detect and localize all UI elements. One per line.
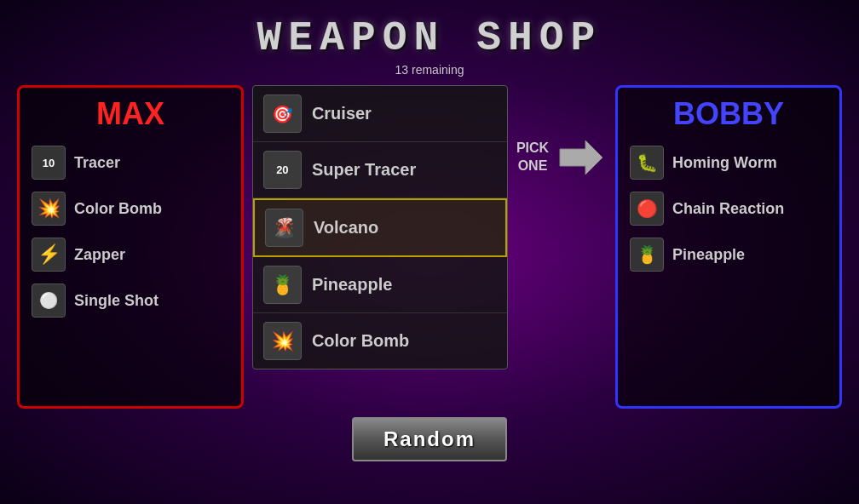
tracer-label: Tracer: [74, 154, 120, 172]
colorbomb-shop-label: Color Bomb: [312, 331, 409, 351]
shop-item-colorbomb[interactable]: 💥 Color Bomb: [253, 313, 507, 369]
cruiser-shop-icon: 🎯: [263, 94, 302, 133]
homingworm-icon: 🐛: [637, 152, 658, 173]
supertracer-icon: 20: [276, 163, 288, 176]
tracer-icon-box: 10: [32, 146, 66, 180]
colorbomb-label: Color Bomb: [74, 200, 162, 218]
random-button[interactable]: Random: [352, 417, 507, 461]
center-area: 🎯 Cruiser 20 Super Tracer 🌋 Volcano: [252, 85, 508, 369]
tracer-icon: 10: [43, 157, 55, 169]
homingworm-label: Homing Worm: [672, 154, 777, 172]
arrow-right-icon: [556, 136, 607, 179]
pineapple-bobby-label: Pineapple: [672, 246, 745, 264]
svg-marker-0: [560, 140, 602, 175]
bobby-panel: BOBBY 🐛 Homing Worm 🔴 Chain Reaction 🍍 P…: [615, 85, 842, 409]
bobby-player-name: BOBBY: [626, 96, 831, 132]
shop-item-cruiser[interactable]: 🎯 Cruiser: [253, 86, 507, 142]
pineapple-bobby-icon: 🍍: [637, 244, 658, 265]
bobby-weapon-pineapple: 🍍 Pineapple: [626, 232, 831, 277]
max-player-name: MAX: [28, 96, 233, 132]
supertracer-shop-icon: 20: [263, 151, 302, 189]
supertracer-shop-label: Super Tracer: [312, 160, 416, 180]
cruiser-icon: 🎯: [272, 104, 293, 124]
shop-item-pineapple[interactable]: 🍍 Pineapple: [253, 257, 507, 313]
chainreaction-icon-box: 🔴: [630, 192, 664, 226]
pick-line1: PICK: [516, 140, 549, 158]
chainreaction-icon: 🔴: [637, 198, 658, 219]
max-weapon-singleshot: ⚪ Single Shot: [28, 278, 233, 323]
colorbomb-icon-box: 💥: [32, 192, 66, 226]
pick-label: PICK ONE: [516, 140, 549, 175]
colorbomb-shop-icon: 💥: [263, 322, 302, 360]
pineapple-shop-icon: 🍍: [263, 266, 302, 304]
bottom-row: Random: [0, 417, 859, 461]
pineapple-bobby-icon-box: 🍍: [630, 238, 664, 272]
shop-item-volcano[interactable]: 🌋 Volcano: [253, 198, 507, 257]
volcano-icon: 🌋: [273, 217, 296, 239]
colorbomb-icon: 💥: [37, 198, 61, 220]
volcano-shop-icon: 🌋: [265, 209, 303, 247]
pick-line2: ONE: [516, 158, 549, 175]
page-title: WEAPON SHOP: [0, 15, 859, 61]
bobby-weapon-chainreaction: 🔴 Chain Reaction: [626, 186, 831, 231]
max-panel: MAX 10 Tracer 💥 Color Bomb ⚡ Zapper ⚪ Si…: [17, 85, 244, 409]
remaining-count: 13 remaining: [0, 63, 859, 77]
title-area: WEAPON SHOP 13 remaining: [0, 0, 859, 77]
volcano-shop-label: Volcano: [314, 218, 378, 238]
shop-list: 🎯 Cruiser 20 Super Tracer 🌋 Volcano: [252, 85, 508, 369]
singleshot-icon-box: ⚪: [32, 284, 66, 318]
pick-arrow-row: PICK ONE: [516, 136, 607, 179]
zapper-icon: ⚡: [37, 243, 61, 266]
colorbomb-shop-icon-emoji: 💥: [271, 330, 294, 352]
max-weapon-colorbomb: 💥 Color Bomb: [28, 186, 233, 231]
singleshot-icon: ⚪: [39, 291, 58, 310]
shop-item-supertracer[interactable]: 20 Super Tracer: [253, 142, 507, 198]
main-layout: MAX 10 Tracer 💥 Color Bomb ⚡ Zapper ⚪ Si…: [0, 77, 859, 417]
bobby-weapon-homingworm: 🐛 Homing Worm: [626, 140, 831, 185]
cruiser-shop-label: Cruiser: [312, 104, 372, 123]
homingworm-icon-box: 🐛: [630, 146, 664, 180]
max-weapon-tracer: 10 Tracer: [28, 140, 233, 185]
zapper-label: Zapper: [74, 246, 125, 264]
pineapple-shop-label: Pineapple: [312, 275, 392, 295]
zapper-icon-box: ⚡: [32, 238, 66, 272]
singleshot-label: Single Shot: [74, 292, 159, 310]
pick-area: PICK ONE: [516, 136, 607, 179]
chainreaction-label: Chain Reaction: [672, 200, 784, 218]
pineapple-icon: 🍍: [271, 274, 294, 296]
max-weapon-zapper: ⚡ Zapper: [28, 232, 233, 277]
